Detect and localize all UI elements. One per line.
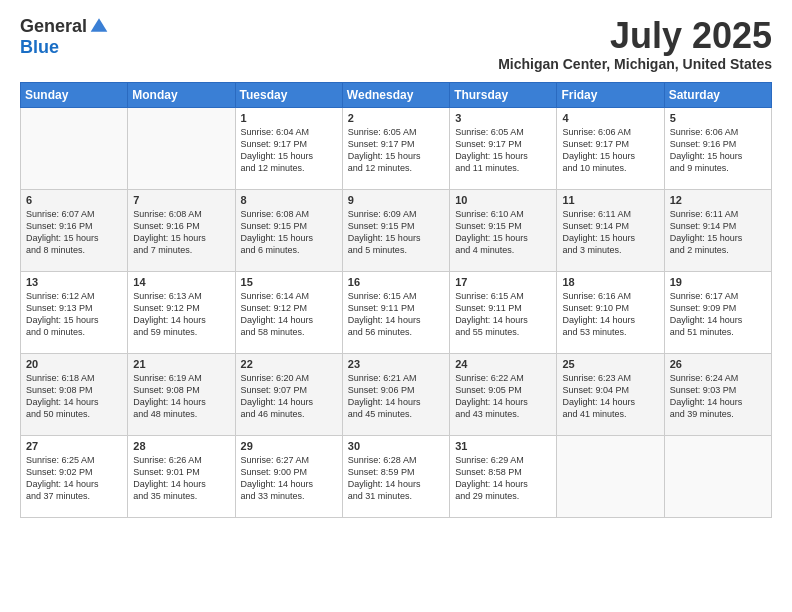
day-info: Sunrise: 6:14 AM Sunset: 9:12 PM Dayligh…	[241, 290, 337, 339]
table-row: 20Sunrise: 6:18 AM Sunset: 9:08 PM Dayli…	[21, 353, 128, 435]
col-tuesday: Tuesday	[235, 82, 342, 107]
day-info: Sunrise: 6:26 AM Sunset: 9:01 PM Dayligh…	[133, 454, 229, 503]
table-row	[21, 107, 128, 189]
location: Michigan Center, Michigan, United States	[498, 56, 772, 72]
day-number: 24	[455, 358, 551, 370]
day-number: 25	[562, 358, 658, 370]
day-info: Sunrise: 6:08 AM Sunset: 9:15 PM Dayligh…	[241, 208, 337, 257]
logo-text: General	[20, 16, 109, 37]
day-number: 11	[562, 194, 658, 206]
header: General Blue July 2025 Michigan Center, …	[20, 16, 772, 72]
day-info: Sunrise: 6:23 AM Sunset: 9:04 PM Dayligh…	[562, 372, 658, 421]
day-number: 2	[348, 112, 444, 124]
day-number: 14	[133, 276, 229, 288]
table-row: 30Sunrise: 6:28 AM Sunset: 8:59 PM Dayli…	[342, 435, 449, 517]
day-number: 27	[26, 440, 122, 452]
day-info: Sunrise: 6:08 AM Sunset: 9:16 PM Dayligh…	[133, 208, 229, 257]
day-info: Sunrise: 6:18 AM Sunset: 9:08 PM Dayligh…	[26, 372, 122, 421]
title-section: July 2025 Michigan Center, Michigan, Uni…	[498, 16, 772, 72]
day-number: 9	[348, 194, 444, 206]
table-row	[128, 107, 235, 189]
table-row	[664, 435, 771, 517]
calendar-week-row: 27Sunrise: 6:25 AM Sunset: 9:02 PM Dayli…	[21, 435, 772, 517]
day-info: Sunrise: 6:15 AM Sunset: 9:11 PM Dayligh…	[455, 290, 551, 339]
day-info: Sunrise: 6:06 AM Sunset: 9:17 PM Dayligh…	[562, 126, 658, 175]
table-row: 15Sunrise: 6:14 AM Sunset: 9:12 PM Dayli…	[235, 271, 342, 353]
day-number: 22	[241, 358, 337, 370]
day-info: Sunrise: 6:07 AM Sunset: 9:16 PM Dayligh…	[26, 208, 122, 257]
calendar-week-row: 20Sunrise: 6:18 AM Sunset: 9:08 PM Dayli…	[21, 353, 772, 435]
day-info: Sunrise: 6:20 AM Sunset: 9:07 PM Dayligh…	[241, 372, 337, 421]
day-info: Sunrise: 6:05 AM Sunset: 9:17 PM Dayligh…	[455, 126, 551, 175]
table-row: 1Sunrise: 6:04 AM Sunset: 9:17 PM Daylig…	[235, 107, 342, 189]
day-info: Sunrise: 6:19 AM Sunset: 9:08 PM Dayligh…	[133, 372, 229, 421]
day-info: Sunrise: 6:17 AM Sunset: 9:09 PM Dayligh…	[670, 290, 766, 339]
table-row: 27Sunrise: 6:25 AM Sunset: 9:02 PM Dayli…	[21, 435, 128, 517]
table-row: 13Sunrise: 6:12 AM Sunset: 9:13 PM Dayli…	[21, 271, 128, 353]
day-info: Sunrise: 6:04 AM Sunset: 9:17 PM Dayligh…	[241, 126, 337, 175]
day-number: 19	[670, 276, 766, 288]
day-number: 31	[455, 440, 551, 452]
day-number: 10	[455, 194, 551, 206]
table-row: 16Sunrise: 6:15 AM Sunset: 9:11 PM Dayli…	[342, 271, 449, 353]
table-row: 10Sunrise: 6:10 AM Sunset: 9:15 PM Dayli…	[450, 189, 557, 271]
table-row: 18Sunrise: 6:16 AM Sunset: 9:10 PM Dayli…	[557, 271, 664, 353]
day-number: 6	[26, 194, 122, 206]
table-row: 5Sunrise: 6:06 AM Sunset: 9:16 PM Daylig…	[664, 107, 771, 189]
table-row: 2Sunrise: 6:05 AM Sunset: 9:17 PM Daylig…	[342, 107, 449, 189]
day-number: 13	[26, 276, 122, 288]
table-row: 24Sunrise: 6:22 AM Sunset: 9:05 PM Dayli…	[450, 353, 557, 435]
table-row	[557, 435, 664, 517]
day-number: 16	[348, 276, 444, 288]
table-row: 4Sunrise: 6:06 AM Sunset: 9:17 PM Daylig…	[557, 107, 664, 189]
table-row: 22Sunrise: 6:20 AM Sunset: 9:07 PM Dayli…	[235, 353, 342, 435]
day-number: 12	[670, 194, 766, 206]
day-info: Sunrise: 6:06 AM Sunset: 9:16 PM Dayligh…	[670, 126, 766, 175]
calendar-week-row: 13Sunrise: 6:12 AM Sunset: 9:13 PM Dayli…	[21, 271, 772, 353]
table-row: 6Sunrise: 6:07 AM Sunset: 9:16 PM Daylig…	[21, 189, 128, 271]
day-number: 7	[133, 194, 229, 206]
day-number: 18	[562, 276, 658, 288]
day-number: 3	[455, 112, 551, 124]
table-row: 11Sunrise: 6:11 AM Sunset: 9:14 PM Dayli…	[557, 189, 664, 271]
table-row: 29Sunrise: 6:27 AM Sunset: 9:00 PM Dayli…	[235, 435, 342, 517]
table-row: 9Sunrise: 6:09 AM Sunset: 9:15 PM Daylig…	[342, 189, 449, 271]
day-info: Sunrise: 6:11 AM Sunset: 9:14 PM Dayligh…	[562, 208, 658, 257]
col-friday: Friday	[557, 82, 664, 107]
day-info: Sunrise: 6:15 AM Sunset: 9:11 PM Dayligh…	[348, 290, 444, 339]
day-number: 21	[133, 358, 229, 370]
table-row: 8Sunrise: 6:08 AM Sunset: 9:15 PM Daylig…	[235, 189, 342, 271]
calendar-table: Sunday Monday Tuesday Wednesday Thursday…	[20, 82, 772, 518]
table-row: 14Sunrise: 6:13 AM Sunset: 9:12 PM Dayli…	[128, 271, 235, 353]
col-monday: Monday	[128, 82, 235, 107]
day-info: Sunrise: 6:27 AM Sunset: 9:00 PM Dayligh…	[241, 454, 337, 503]
day-number: 15	[241, 276, 337, 288]
table-row: 26Sunrise: 6:24 AM Sunset: 9:03 PM Dayli…	[664, 353, 771, 435]
day-number: 4	[562, 112, 658, 124]
table-row: 12Sunrise: 6:11 AM Sunset: 9:14 PM Dayli…	[664, 189, 771, 271]
table-row: 3Sunrise: 6:05 AM Sunset: 9:17 PM Daylig…	[450, 107, 557, 189]
day-info: Sunrise: 6:10 AM Sunset: 9:15 PM Dayligh…	[455, 208, 551, 257]
page: General Blue July 2025 Michigan Center, …	[0, 0, 792, 612]
day-number: 8	[241, 194, 337, 206]
day-info: Sunrise: 6:12 AM Sunset: 9:13 PM Dayligh…	[26, 290, 122, 339]
month-title: July 2025	[498, 16, 772, 56]
calendar-week-row: 1Sunrise: 6:04 AM Sunset: 9:17 PM Daylig…	[21, 107, 772, 189]
day-number: 28	[133, 440, 229, 452]
day-number: 23	[348, 358, 444, 370]
logo: General Blue	[20, 16, 109, 58]
logo-blue: Blue	[20, 37, 59, 58]
table-row: 25Sunrise: 6:23 AM Sunset: 9:04 PM Dayli…	[557, 353, 664, 435]
col-sunday: Sunday	[21, 82, 128, 107]
svg-marker-0	[91, 18, 108, 31]
day-info: Sunrise: 6:29 AM Sunset: 8:58 PM Dayligh…	[455, 454, 551, 503]
day-number: 1	[241, 112, 337, 124]
day-info: Sunrise: 6:25 AM Sunset: 9:02 PM Dayligh…	[26, 454, 122, 503]
day-info: Sunrise: 6:09 AM Sunset: 9:15 PM Dayligh…	[348, 208, 444, 257]
day-info: Sunrise: 6:11 AM Sunset: 9:14 PM Dayligh…	[670, 208, 766, 257]
day-number: 26	[670, 358, 766, 370]
col-wednesday: Wednesday	[342, 82, 449, 107]
day-info: Sunrise: 6:05 AM Sunset: 9:17 PM Dayligh…	[348, 126, 444, 175]
day-info: Sunrise: 6:28 AM Sunset: 8:59 PM Dayligh…	[348, 454, 444, 503]
table-row: 7Sunrise: 6:08 AM Sunset: 9:16 PM Daylig…	[128, 189, 235, 271]
